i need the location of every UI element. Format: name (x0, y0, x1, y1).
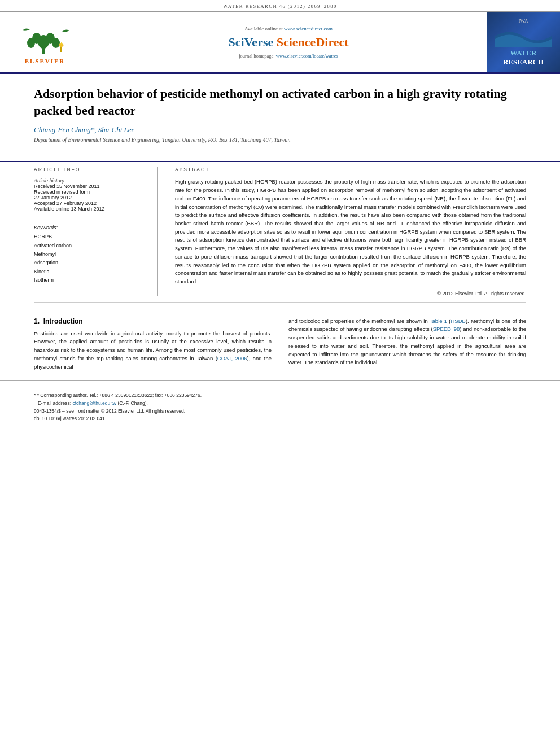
elsevier-brand-text: ELSEVIER (25, 58, 65, 64)
footnote-section: * * Corresponding author. Tel.: +886 4 2… (0, 380, 560, 428)
keyword-hgrpb: HGRPB (34, 233, 146, 241)
keyword-methomyl: Methomyl (34, 250, 146, 259)
svg-point-4 (27, 38, 35, 48)
footnote-email: E-mail address: cfchang@thu.edu.tw (C.-F… (34, 400, 526, 408)
wr-research-text: RESEARCH (503, 58, 544, 67)
footnote-issn: 0043-1354/$ – see front matter © 2012 El… (34, 408, 526, 416)
wr-water-text: WATER (503, 49, 544, 58)
abstract-col: ABSTRACT High gravity rotating packed be… (175, 167, 526, 296)
intro-left-text: Pesticides are used worldwide in agricul… (34, 330, 272, 372)
table1-link[interactable]: Table 1 (430, 318, 447, 324)
thick-divider (0, 161, 560, 162)
info-divider (34, 219, 146, 219)
body-right-col: and toxicological properties of the meth… (288, 317, 526, 372)
affiliation-text: Department of Environmental Science and … (34, 137, 291, 143)
keywords-list: HGRPB Activated carbon Methomyl Adsorpti… (34, 233, 146, 285)
received-revised-date: 27 January 2012 (34, 195, 146, 200)
article-title: Adsorption behavior of pesticide methomy… (34, 85, 526, 119)
two-col-info-abstract: ARTICLE INFO Article history: Received 1… (0, 167, 560, 296)
authors-text: Chiung-Fen Chang*, Shu-Chi Lee (34, 125, 134, 134)
coat-link[interactable]: COAT, 2006 (217, 355, 247, 361)
available-online-date: Available online 13 March 2012 (34, 206, 146, 212)
email-link[interactable]: cfchang@thu.edu.tw (73, 400, 117, 406)
section-number: 1. (34, 317, 40, 325)
accepted-date: Accepted 27 February 2012 (34, 200, 146, 206)
history-label: Article history: (34, 178, 146, 184)
intro-right-text: and toxicological properties of the meth… (288, 317, 526, 367)
abstract-text: High gravity rotating packed bed (HGRPB)… (175, 178, 526, 286)
page: WATER RESEARCH 46 (2012) 2869–2880 (0, 0, 560, 747)
available-online-text: Available online at www.sciencedirect.co… (244, 26, 333, 32)
center-banner: Available online at www.sciencedirect.co… (90, 12, 487, 72)
article-title-section: Adsorption behavior of pesticide methomy… (0, 74, 560, 156)
article-info-col: ARTICLE INFO Article history: Received 1… (34, 167, 158, 296)
article-history-group: Article history: Received 15 November 20… (34, 178, 146, 212)
journal-header-text: WATER RESEARCH 46 (2012) 2869–2880 (223, 3, 337, 9)
section-divider-1 (34, 302, 526, 303)
water-research-graphic (495, 25, 552, 47)
iwa-text: IWA (519, 18, 528, 24)
sciverse-sciencedirect: ScienceDirect (277, 35, 349, 49)
sciencedirect-link[interactable]: www.sciencedirect.com (284, 26, 333, 32)
journal-homepage-text: journal homepage: www.elsevier.com/locat… (239, 53, 338, 59)
keyword-kinetic: Kinetic (34, 268, 146, 276)
top-banner: ELSEVIER Available online at www.science… (0, 12, 560, 74)
elsevier-tree-svg (14, 20, 76, 55)
water-research-logo: IWA WATER RESEARCH (487, 12, 560, 72)
svg-point-5 (52, 38, 60, 48)
keywords-label: Keywords: (34, 225, 146, 230)
footnote-corresponding-text: * Corresponding author. Tel.: +886 4 235… (37, 392, 202, 398)
footnote-corresponding: * * Corresponding author. Tel.: +886 4 2… (34, 392, 526, 400)
section-title: Introduction (43, 317, 83, 325)
body-left-col: 1. Introduction Pesticides are used worl… (34, 317, 272, 372)
copyright-text: © 2012 Elsevier Ltd. All rights reserved… (175, 291, 526, 296)
keyword-activated-carbon: Activated carbon (34, 242, 146, 250)
body-section: 1. Introduction Pesticides are used worl… (0, 308, 560, 372)
authors: Chiung-Fen Chang*, Shu-Chi Lee (34, 125, 526, 134)
article-info-label: ARTICLE INFO (34, 167, 146, 172)
hsdb-link[interactable]: HSDB (451, 318, 466, 324)
elsevier-graphic (14, 20, 76, 55)
speed98-link[interactable]: SPEED '98 (433, 326, 460, 332)
section-heading-intro: 1. Introduction (34, 317, 272, 325)
keyword-adsorption: Adsorption (34, 259, 146, 267)
received-revised-label: Received in revised form (34, 189, 146, 195)
footnote-doi: doi:10.1016/j.watres.2012.02.041 (34, 415, 526, 423)
sciverse-title: SciVerse ScienceDirect (228, 35, 348, 50)
affiliation: Department of Environmental Science and … (34, 137, 526, 143)
keyword-isotherm: Isotherm (34, 276, 146, 285)
journal-header: WATER RESEARCH 46 (2012) 2869–2880 (0, 0, 560, 12)
received-date-1: Received 15 November 2011 (34, 184, 146, 189)
abstract-label: ABSTRACT (175, 167, 526, 172)
elsevier-logo-area: ELSEVIER (0, 12, 90, 72)
journal-homepage-link[interactable]: www.elsevier.com/locate/watres (276, 53, 338, 59)
sciverse-science: SciVerse (228, 35, 276, 49)
